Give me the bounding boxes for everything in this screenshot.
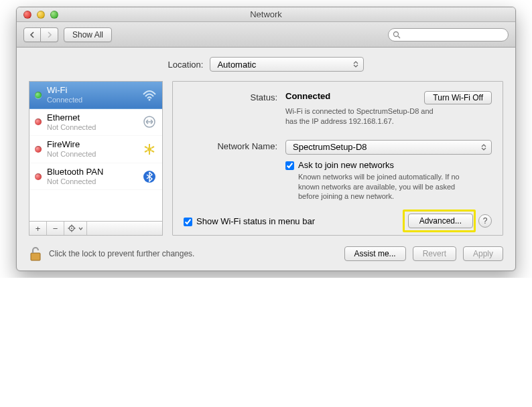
window-title: Network: [17, 9, 515, 19]
ask-to-join-label: Ask to join new networks: [298, 160, 472, 170]
ask-to-join-description: Known networks will be joined automatica…: [298, 172, 472, 202]
titlebar: Network: [17, 7, 515, 22]
status-row: Status: Connected Turn Wi-Fi Off Wi-Fi i…: [184, 91, 492, 127]
status-label: Status:: [184, 91, 277, 127]
service-item-ethernet[interactable]: Ethernet Not Connected: [29, 109, 162, 137]
service-name: Wi-Fi: [47, 86, 137, 96]
highlight-annotation: [403, 210, 476, 232]
show-menubar-label: Show Wi-Fi status in menu bar: [196, 216, 315, 226]
main-area: Wi-Fi Connected Ethernet Not Connected: [29, 81, 503, 236]
toolbar: Show All: [17, 22, 515, 48]
show-menubar-row: Show Wi-Fi status in menu bar: [184, 216, 315, 226]
ask-to-join-row: Ask to join new networks Known networks …: [285, 160, 492, 202]
service-status: Connected: [47, 96, 137, 104]
network-name-label: Network Name:: [184, 140, 277, 202]
revert-button[interactable]: Revert: [413, 246, 456, 261]
detail-pane: Status: Connected Turn Wi-Fi Off Wi-Fi i…: [172, 81, 503, 236]
window-footer: Click the lock to prevent further change…: [29, 236, 503, 262]
svg-point-8: [71, 228, 72, 229]
svg-point-0: [394, 31, 399, 36]
service-name: FireWire: [47, 140, 137, 150]
add-service-button[interactable]: +: [29, 222, 47, 235]
lock-message: Click the lock to prevent further change…: [49, 249, 194, 258]
forward-button[interactable]: [41, 27, 58, 42]
status-dot-icon: [35, 92, 42, 98]
status-description: Wi-Fi is connected to SpectrumSetup-D8 a…: [285, 106, 446, 127]
back-button[interactable]: [23, 27, 41, 42]
content: Location: Automatic Wi-Fi Connected: [17, 48, 515, 270]
service-name: Bluetooth PAN: [47, 167, 137, 177]
apply-button[interactable]: Apply: [463, 246, 503, 261]
location-value: Automatic: [217, 60, 256, 70]
search-icon: [393, 31, 401, 39]
status-dot-icon: [35, 173, 42, 180]
gear-icon: [68, 224, 77, 233]
svg-line-1: [398, 36, 400, 38]
nav-buttons: [23, 27, 58, 42]
svg-rect-13: [31, 253, 40, 260]
firewire-icon: [142, 142, 157, 157]
service-list[interactable]: Wi-Fi Connected Ethernet Not Connected: [29, 81, 163, 221]
assist-me-button[interactable]: Assist me...: [344, 246, 406, 261]
service-list-footer: + −: [29, 221, 163, 236]
status-value: Connected: [285, 91, 330, 101]
bluetooth-icon: [142, 169, 157, 184]
show-menubar-checkbox[interactable]: [184, 218, 192, 226]
network-preferences-window: Network Show All Location: Automatic: [16, 7, 516, 271]
ask-to-join-checkbox[interactable]: [285, 161, 294, 170]
service-status: Not Connected: [47, 150, 137, 159]
detail-footer: Show Wi-Fi status in menu bar Advanced..…: [184, 207, 492, 228]
search-input[interactable]: [403, 30, 504, 39]
chevron-down-icon: [78, 227, 83, 230]
service-sidebar: Wi-Fi Connected Ethernet Not Connected: [29, 81, 163, 236]
wifi-icon: [142, 88, 157, 102]
help-button[interactable]: ?: [478, 214, 492, 228]
turn-wifi-off-button[interactable]: Turn Wi-Fi Off: [424, 91, 492, 104]
status-dot-icon: [35, 146, 42, 153]
service-status: Not Connected: [47, 123, 137, 132]
search-field[interactable]: [388, 28, 509, 42]
service-status: Not Connected: [47, 177, 137, 186]
service-item-wifi[interactable]: Wi-Fi Connected: [29, 82, 162, 109]
chevron-updown-icon: [351, 61, 360, 68]
network-name-row: Network Name: SpectrumSetup-D8: [184, 140, 492, 202]
lock-icon[interactable]: [29, 245, 42, 262]
location-label: Location:: [168, 60, 204, 70]
network-name-popup[interactable]: SpectrumSetup-D8: [285, 140, 492, 155]
ethernet-icon: [142, 114, 157, 129]
service-item-bluetooth[interactable]: Bluetooth PAN Not Connected: [29, 163, 162, 191]
service-name: Ethernet: [47, 113, 137, 123]
show-all-button[interactable]: Show All: [64, 27, 112, 42]
service-item-firewire[interactable]: FireWire Not Connected: [29, 136, 162, 163]
svg-point-5: [147, 147, 151, 151]
chevron-updown-icon: [479, 144, 488, 151]
status-dot-icon: [35, 118, 42, 125]
network-name-value: SpectrumSetup-D8: [293, 142, 367, 152]
location-row: Location: Automatic: [29, 57, 503, 72]
svg-point-2: [149, 98, 151, 100]
remove-service-button[interactable]: −: [47, 222, 64, 235]
location-popup[interactable]: Automatic: [210, 57, 364, 72]
service-actions-button[interactable]: [64, 222, 87, 235]
